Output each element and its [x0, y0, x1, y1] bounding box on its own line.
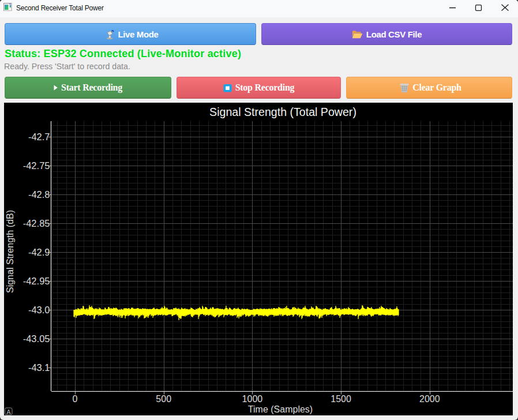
svg-text:-42.8: -42.8 [28, 189, 50, 200]
svg-text:-43.05: -43.05 [23, 333, 50, 344]
svg-text:-42.75: -42.75 [23, 160, 50, 171]
svg-text:2000: 2000 [419, 394, 440, 404]
svg-text:-42.95: -42.95 [23, 276, 50, 286]
svg-text:Signal Strength (dB): Signal Strength (dB) [5, 210, 15, 293]
svg-text:1000: 1000 [242, 394, 263, 404]
svg-text:-42.85: -42.85 [23, 218, 50, 228]
svg-text:1500: 1500 [331, 394, 351, 404]
svg-text:Signal Strength (Total Power): Signal Strength (Total Power) [209, 106, 356, 118]
svg-text:-42.7: -42.7 [28, 132, 50, 142]
svg-text:A: A [6, 408, 11, 415]
svg-text:-43.0: -43.0 [28, 305, 50, 315]
svg-text:500: 500 [156, 394, 171, 404]
svg-text:-43.1: -43.1 [28, 362, 50, 373]
svg-text:-42.9: -42.9 [28, 247, 50, 257]
svg-text:Time (Samples): Time (Samples) [248, 404, 313, 414]
svg-text:0: 0 [73, 394, 78, 404]
